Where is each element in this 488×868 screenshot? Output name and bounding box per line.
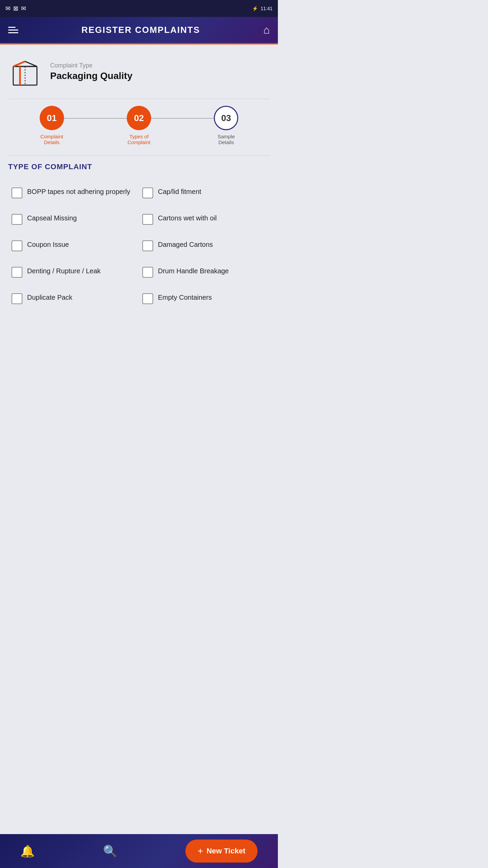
checkbox-cap-input[interactable] (142, 188, 153, 198)
bolt-icon: ⚡ (252, 6, 258, 11)
checkbox-empty-input[interactable] (142, 293, 153, 304)
divider-2 (8, 155, 270, 156)
mail-icon: ✉ (5, 5, 11, 12)
checkbox-capseal: Capseal Missing (8, 206, 139, 232)
complaint-type-value: Packaging Quality (50, 71, 133, 81)
complaint-types-grid: BOPP tapes not adhering properly Cap/lid… (8, 179, 270, 312)
checkbox-duplicate-input[interactable] (12, 293, 22, 304)
checkbox-drum-label: Drum Handle Breakage (158, 266, 229, 276)
step-3-label: SampleDetails (218, 134, 235, 145)
step-2-label: Types ofComplaint (127, 134, 150, 145)
mail2-icon: ✉ (21, 5, 26, 12)
checkbox-cartons-wet-input[interactable] (142, 214, 153, 225)
checkbox-cartons-wet-label: Cartons wet with oil (158, 213, 217, 223)
checkbox-denting-label: Denting / Rupture / Leak (27, 266, 101, 276)
step-3-circle: 03 (214, 106, 238, 130)
checkbox-bopp: BOPP tapes not adhering properly (8, 179, 139, 206)
step-1: 01 ComplaintDetails (8, 106, 95, 145)
checkbox-coupon-label: Coupon Issue (27, 240, 69, 249)
status-bar-right: ⚡ 11:41 (252, 6, 272, 11)
complaint-type-section: Complaint Type Packaging Quality (8, 55, 270, 88)
home-icon[interactable]: ⌂ (263, 24, 270, 36)
header: REGISTER COMPLAINTS ⌂ (0, 17, 278, 44)
checkbox-empty: Empty Containers (139, 285, 270, 312)
step-1-circle: 01 (40, 106, 64, 130)
complaint-type-label: Complaint Type (50, 62, 133, 69)
checkbox-capseal-label: Capseal Missing (27, 213, 77, 223)
section-title: TYPE OF COMPLAINT (8, 162, 270, 171)
checkbox-damaged-input[interactable] (142, 240, 153, 251)
checkbox-coupon-input[interactable] (12, 240, 22, 251)
hamburger-menu[interactable] (8, 27, 18, 33)
step-2-connector (151, 118, 214, 119)
step-1-connector (64, 118, 127, 119)
step-1-label: ComplaintDetails (40, 134, 63, 145)
checkbox-damaged: Damaged Cartons (139, 232, 270, 259)
checkbox-capseal-input[interactable] (12, 214, 22, 225)
package-icon (8, 55, 42, 88)
header-title: REGISTER COMPLAINTS (81, 25, 200, 35)
svg-line-5 (13, 61, 25, 66)
step-2-circle: 02 (127, 106, 151, 130)
checkbox-cap: Cap/lid fitment (139, 179, 270, 206)
svg-line-2 (25, 61, 37, 66)
checkbox-damaged-label: Damaged Cartons (158, 240, 213, 249)
checkbox-bopp-input[interactable] (12, 188, 22, 198)
steps-indicator: 01 ComplaintDetails 02 Types ofComplaint… (8, 106, 270, 145)
divider-1 (8, 99, 270, 99)
complaint-type-text: Complaint Type Packaging Quality (50, 62, 133, 81)
checkbox-duplicate-label: Duplicate Pack (27, 293, 72, 302)
checkbox-denting: Denting / Rupture / Leak (8, 259, 139, 285)
checkbox-denting-input[interactable] (12, 267, 22, 278)
checkbox-drum-input[interactable] (142, 267, 153, 278)
bookmark-icon: ⊠ (13, 5, 18, 12)
step-3: 03 SampleDetails (183, 106, 270, 145)
checkbox-duplicate: Duplicate Pack (8, 285, 139, 312)
step-2: 02 Types ofComplaint (95, 106, 182, 145)
checkbox-drum: Drum Handle Breakage (139, 259, 270, 285)
checkbox-cartons-wet: Cartons wet with oil (139, 206, 270, 232)
checkbox-bopp-label: BOPP tapes not adhering properly (27, 187, 130, 196)
battery-text: 11:41 (261, 6, 272, 11)
status-bar-left: ✉ ⊠ ✉ (5, 5, 26, 12)
status-bar: ✉ ⊠ ✉ ⚡ 11:41 (0, 0, 278, 17)
checkbox-cap-label: Cap/lid fitment (158, 187, 201, 196)
main-content: Complaint Type Packaging Quality 01 Comp… (0, 44, 278, 362)
checkbox-coupon: Coupon Issue (8, 232, 139, 259)
checkbox-empty-label: Empty Containers (158, 293, 212, 302)
